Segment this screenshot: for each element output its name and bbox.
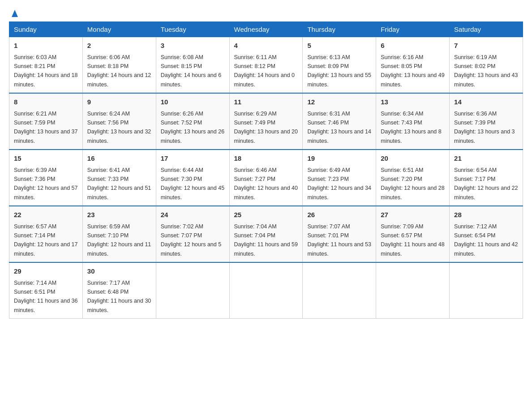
day-info: Sunrise: 7:14 AMSunset: 6:51 PMDaylight:… [14, 280, 77, 313]
calendar-day-cell: 11 Sunrise: 6:29 AMSunset: 7:49 PMDaylig… [229, 93, 303, 150]
calendar-day-header: Monday [82, 22, 156, 37]
calendar-day-cell: 18 Sunrise: 6:46 AMSunset: 7:27 PMDaylig… [229, 150, 303, 206]
day-info: Sunrise: 6:21 AMSunset: 7:59 PMDaylight:… [14, 111, 77, 144]
day-number: 3 [161, 41, 225, 51]
day-number: 12 [307, 97, 371, 107]
calendar-week-row: 29 Sunrise: 7:14 AMSunset: 6:51 PMDaylig… [9, 262, 523, 319]
day-info: Sunrise: 6:49 AMSunset: 7:23 PMDaylight:… [307, 167, 371, 201]
calendar-day-cell: 25 Sunrise: 7:04 AMSunset: 7:04 PMDaylig… [229, 206, 303, 262]
day-info: Sunrise: 6:59 AMSunset: 7:10 PMDaylight:… [87, 223, 151, 257]
day-number: 14 [454, 97, 518, 107]
calendar-day-cell: 17 Sunrise: 6:44 AMSunset: 7:30 PMDaylig… [156, 150, 229, 206]
calendar-day-cell: 4 Sunrise: 6:11 AMSunset: 8:12 PMDayligh… [229, 37, 303, 94]
day-number: 26 [307, 210, 371, 220]
day-info: Sunrise: 6:11 AMSunset: 8:12 PMDaylight:… [234, 54, 295, 88]
day-number: 9 [87, 97, 151, 107]
day-info: Sunrise: 6:41 AMSunset: 7:33 PMDaylight:… [87, 167, 151, 201]
calendar-day-header: Thursday [303, 22, 376, 37]
day-info: Sunrise: 6:26 AMSunset: 7:52 PMDaylight:… [161, 111, 224, 144]
page-header [9, 9, 523, 17]
calendar-day-cell: 23 Sunrise: 6:59 AMSunset: 7:10 PMDaylig… [82, 206, 156, 262]
day-number: 2 [87, 41, 151, 51]
calendar-day-header: Friday [376, 22, 450, 37]
calendar-day-cell: 22 Sunrise: 6:57 AMSunset: 7:14 PMDaylig… [9, 206, 83, 262]
day-number: 4 [234, 41, 298, 51]
calendar-day-cell [376, 262, 450, 319]
day-info: Sunrise: 6:31 AMSunset: 7:46 PMDaylight:… [307, 111, 371, 144]
logo [9, 9, 20, 17]
calendar-day-cell: 20 Sunrise: 6:51 AMSunset: 7:20 PMDaylig… [376, 150, 450, 206]
day-info: Sunrise: 6:36 AMSunset: 7:39 PMDaylight:… [454, 111, 515, 144]
day-info: Sunrise: 6:39 AMSunset: 7:36 PMDaylight:… [14, 167, 77, 201]
calendar-day-cell: 10 Sunrise: 6:26 AMSunset: 7:52 PMDaylig… [156, 93, 229, 150]
svg-marker-0 [12, 10, 18, 17]
day-number: 7 [454, 41, 518, 51]
day-number: 21 [454, 154, 518, 164]
day-info: Sunrise: 6:51 AMSunset: 7:20 PMDaylight:… [381, 167, 444, 201]
day-info: Sunrise: 6:46 AMSunset: 7:27 PMDaylight:… [234, 167, 298, 201]
logo-triangle-icon [10, 8, 20, 18]
day-number: 1 [14, 41, 78, 51]
calendar-week-row: 22 Sunrise: 6:57 AMSunset: 7:14 PMDaylig… [9, 206, 523, 262]
day-number: 17 [161, 154, 225, 164]
day-number: 23 [87, 210, 151, 220]
day-info: Sunrise: 7:09 AMSunset: 6:57 PMDaylight:… [381, 223, 444, 257]
day-info: Sunrise: 6:44 AMSunset: 7:30 PMDaylight:… [161, 167, 224, 201]
day-number: 18 [234, 154, 298, 164]
calendar-week-row: 15 Sunrise: 6:39 AMSunset: 7:36 PMDaylig… [9, 150, 523, 206]
calendar-day-cell: 13 Sunrise: 6:34 AMSunset: 7:43 PMDaylig… [376, 93, 450, 150]
calendar-table: SundayMondayTuesdayWednesdayThursdayFrid… [9, 21, 523, 319]
calendar-day-cell: 26 Sunrise: 7:07 AMSunset: 7:01 PMDaylig… [303, 206, 376, 262]
calendar-day-cell: 3 Sunrise: 6:08 AMSunset: 8:15 PMDayligh… [156, 37, 229, 94]
day-info: Sunrise: 6:19 AMSunset: 8:02 PMDaylight:… [454, 54, 518, 88]
calendar-day-cell: 21 Sunrise: 6:54 AMSunset: 7:17 PMDaylig… [450, 150, 523, 206]
day-number: 20 [381, 154, 445, 164]
calendar-day-cell: 24 Sunrise: 7:02 AMSunset: 7:07 PMDaylig… [156, 206, 229, 262]
calendar-week-row: 8 Sunrise: 6:21 AMSunset: 7:59 PMDayligh… [9, 93, 523, 150]
day-number: 10 [161, 97, 225, 107]
calendar-day-cell: 27 Sunrise: 7:09 AMSunset: 6:57 PMDaylig… [376, 206, 450, 262]
day-info: Sunrise: 7:02 AMSunset: 7:07 PMDaylight:… [161, 223, 222, 257]
calendar-day-cell: 2 Sunrise: 6:06 AMSunset: 8:18 PMDayligh… [82, 37, 156, 94]
day-number: 15 [14, 154, 78, 164]
day-number: 24 [161, 210, 225, 220]
day-info: Sunrise: 6:13 AMSunset: 8:09 PMDaylight:… [307, 54, 371, 88]
day-number: 22 [14, 210, 78, 220]
calendar-day-cell: 29 Sunrise: 7:14 AMSunset: 6:51 PMDaylig… [9, 262, 83, 319]
calendar-day-header: Wednesday [229, 22, 303, 37]
day-info: Sunrise: 6:06 AMSunset: 8:18 PMDaylight:… [87, 54, 151, 88]
day-number: 27 [381, 210, 445, 220]
calendar-day-cell: 30 Sunrise: 7:17 AMSunset: 6:48 PMDaylig… [82, 262, 156, 319]
calendar-day-header: Sunday [9, 22, 83, 37]
calendar-day-cell: 14 Sunrise: 6:36 AMSunset: 7:39 PMDaylig… [450, 93, 523, 150]
calendar-day-cell: 12 Sunrise: 6:31 AMSunset: 7:46 PMDaylig… [303, 93, 376, 150]
calendar-day-cell: 8 Sunrise: 6:21 AMSunset: 7:59 PMDayligh… [9, 93, 83, 150]
day-info: Sunrise: 7:17 AMSunset: 6:48 PMDaylight:… [87, 280, 151, 313]
calendar-day-header: Saturday [450, 22, 523, 37]
calendar-day-cell: 6 Sunrise: 6:16 AMSunset: 8:05 PMDayligh… [376, 37, 450, 94]
day-info: Sunrise: 6:16 AMSunset: 8:05 PMDaylight:… [381, 54, 444, 88]
day-number: 11 [234, 97, 298, 107]
calendar-day-cell: 15 Sunrise: 6:39 AMSunset: 7:36 PMDaylig… [9, 150, 83, 206]
calendar-day-cell [303, 262, 376, 319]
day-info: Sunrise: 6:29 AMSunset: 7:49 PMDaylight:… [234, 111, 298, 144]
day-number: 16 [87, 154, 151, 164]
calendar-day-cell [450, 262, 523, 319]
day-info: Sunrise: 6:54 AMSunset: 7:17 PMDaylight:… [454, 167, 518, 201]
calendar-day-cell: 5 Sunrise: 6:13 AMSunset: 8:09 PMDayligh… [303, 37, 376, 94]
day-info: Sunrise: 7:12 AMSunset: 6:54 PMDaylight:… [454, 223, 518, 257]
calendar-day-cell: 16 Sunrise: 6:41 AMSunset: 7:33 PMDaylig… [82, 150, 156, 206]
day-number: 8 [14, 97, 78, 107]
calendar-day-cell: 28 Sunrise: 7:12 AMSunset: 6:54 PMDaylig… [450, 206, 523, 262]
day-number: 30 [87, 266, 151, 277]
calendar-day-cell: 9 Sunrise: 6:24 AMSunset: 7:56 PMDayligh… [82, 93, 156, 150]
calendar-header-row: SundayMondayTuesdayWednesdayThursdayFrid… [9, 22, 523, 37]
day-number: 25 [234, 210, 298, 220]
day-number: 29 [14, 266, 78, 277]
day-number: 28 [454, 210, 518, 220]
calendar-day-cell: 1 Sunrise: 6:03 AMSunset: 8:21 PMDayligh… [9, 37, 83, 94]
day-info: Sunrise: 6:03 AMSunset: 8:21 PMDaylight:… [14, 54, 77, 88]
day-info: Sunrise: 6:34 AMSunset: 7:43 PMDaylight:… [381, 111, 442, 144]
calendar-day-cell: 19 Sunrise: 6:49 AMSunset: 7:23 PMDaylig… [303, 150, 376, 206]
day-info: Sunrise: 7:07 AMSunset: 7:01 PMDaylight:… [307, 223, 371, 257]
